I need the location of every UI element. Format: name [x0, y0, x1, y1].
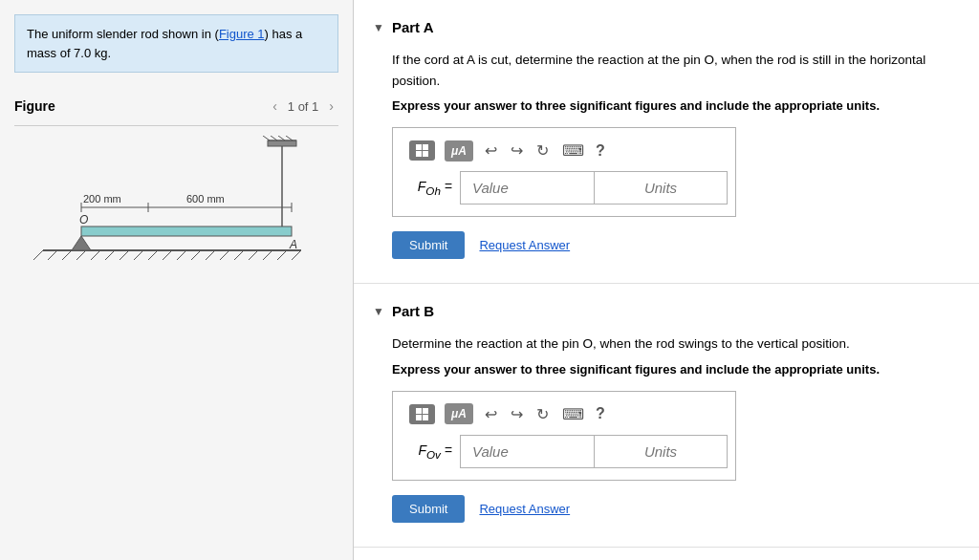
svg-line-14 — [220, 250, 229, 260]
part-a-toolbar: μA ↩ ↪ ↻ ⌨ ? — [404, 140, 724, 162]
part-a-redo-button[interactable]: ↪ — [509, 140, 525, 162]
svg-text:O: O — [79, 213, 88, 226]
figure-header: Figure ‹ 1 of 1 › — [14, 97, 338, 116]
problem-text-before: The uniform slender rod shown in ( — [27, 27, 219, 41]
part-b-input-row: FOv = — [404, 435, 724, 468]
svg-line-4 — [76, 250, 86, 260]
svg-line-28 — [286, 136, 293, 140]
svg-line-18 — [277, 250, 287, 260]
svg-line-15 — [234, 250, 244, 260]
svg-line-7 — [120, 250, 129, 260]
figure-link[interactable]: Figure 1 — [219, 27, 265, 41]
figure-diagram: O A 200 mm — [24, 136, 330, 274]
svg-line-6 — [105, 250, 115, 260]
part-b-redo-button[interactable]: ↪ — [509, 403, 525, 425]
part-a-units-input[interactable] — [594, 171, 728, 205]
svg-line-2 — [48, 250, 57, 260]
part-b-help-icon[interactable]: ? — [596, 405, 605, 422]
figure-title: Figure — [14, 98, 55, 114]
part-b-units-input[interactable] — [594, 435, 728, 468]
part-b-refresh-button[interactable]: ↻ — [534, 403, 551, 425]
part-b-value-input[interactable] — [460, 435, 594, 468]
part-b-answer-box: μA ↩ ↪ ↻ ⌨ ? FOv = — [392, 391, 736, 481]
svg-text:A: A — [289, 238, 297, 251]
part-a-submit-button[interactable]: Submit — [392, 231, 465, 259]
part-b-input-label: FOv = — [404, 442, 452, 461]
svg-rect-23 — [268, 140, 296, 146]
svg-line-1 — [33, 250, 43, 260]
part-b-request-button[interactable]: Request Answer — [479, 502, 570, 516]
svg-line-13 — [206, 250, 215, 260]
part-b-keyboard-button[interactable]: ⌨ — [560, 403, 586, 425]
part-b-matrix-button[interactable] — [409, 404, 435, 424]
svg-line-9 — [148, 250, 158, 260]
figure-section: Figure ‹ 1 of 1 › — [0, 87, 353, 560]
part-b-undo-button[interactable]: ↩ — [483, 403, 499, 425]
part-a-section: ▼ Part A If the cord at A is cut, determ… — [354, 0, 979, 284]
svg-line-8 — [134, 250, 143, 260]
svg-rect-20 — [81, 226, 292, 236]
part-a-value-input[interactable] — [460, 171, 594, 205]
svg-line-19 — [292, 250, 301, 260]
figure-divider — [14, 125, 338, 126]
figure-prev-button[interactable]: ‹ — [268, 97, 282, 116]
part-a-label: Part A — [392, 19, 434, 35]
svg-line-3 — [62, 250, 72, 260]
part-b-mu-button[interactable]: μA — [445, 403, 473, 424]
figure-svg: O A 200 mm — [24, 136, 330, 274]
part-a-answer-box: μA ↩ ↪ ↻ ⌨ ? FOh = — [392, 127, 736, 217]
part-a-refresh-button[interactable]: ↻ — [534, 140, 551, 162]
part-a-matrix-button[interactable] — [409, 140, 435, 161]
svg-text:600 mm: 600 mm — [186, 193, 225, 205]
part-a-header: ▼ Part A — [373, 19, 950, 35]
part-b-collapse[interactable]: ▼ — [373, 305, 384, 318]
part-a-mu-button[interactable]: μA — [445, 140, 473, 162]
part-a-undo-button[interactable]: ↩ — [483, 140, 499, 162]
part-a-request-button[interactable]: Request Answer — [479, 238, 570, 252]
figure-page: 1 of 1 — [288, 99, 319, 114]
svg-line-16 — [249, 250, 258, 260]
figure-next-button[interactable]: › — [324, 97, 338, 116]
svg-text:200 mm: 200 mm — [83, 193, 121, 205]
part-a-action-row: Submit Request Answer — [392, 231, 950, 259]
part-a-input-label: FOh = — [404, 179, 452, 197]
svg-line-25 — [263, 136, 270, 140]
part-b-label: Part B — [392, 303, 434, 319]
part-b-toolbar: μA ↩ ↪ ↻ ⌨ ? — [404, 403, 724, 425]
part-a-help-icon[interactable]: ? — [596, 142, 605, 160]
svg-line-10 — [163, 250, 172, 260]
svg-line-12 — [191, 250, 201, 260]
problem-statement: The uniform slender rod shown in (Figure… — [14, 14, 338, 73]
part-b-action-row: Submit Request Answer — [392, 495, 950, 523]
svg-line-27 — [278, 136, 285, 140]
part-b-submit-button[interactable]: Submit — [392, 495, 465, 523]
svg-marker-21 — [72, 236, 91, 250]
left-panel: The uniform slender rod shown in (Figure… — [0, 0, 354, 560]
figure-nav: ‹ 1 of 1 › — [268, 97, 338, 116]
part-b-question: Determine the reaction at the pin O, whe… — [392, 334, 950, 355]
part-a-collapse[interactable]: ▼ — [373, 21, 384, 34]
part-a-keyboard-button[interactable]: ⌨ — [560, 140, 586, 162]
part-b-section: ▼ Part B Determine the reaction at the p… — [354, 284, 979, 548]
part-b-header: ▼ Part B — [373, 303, 950, 319]
right-panel: ▼ Part A If the cord at A is cut, determ… — [354, 0, 979, 560]
part-a-input-row: FOh = — [404, 171, 724, 205]
svg-line-11 — [177, 250, 186, 260]
svg-line-26 — [271, 136, 277, 140]
svg-line-17 — [263, 250, 272, 260]
svg-line-5 — [91, 250, 100, 260]
part-a-instruction: Express your answer to three significant… — [392, 98, 950, 113]
part-b-instruction: Express your answer to three significant… — [392, 362, 950, 377]
part-a-question: If the cord at A is cut, determine the r… — [392, 50, 950, 91]
